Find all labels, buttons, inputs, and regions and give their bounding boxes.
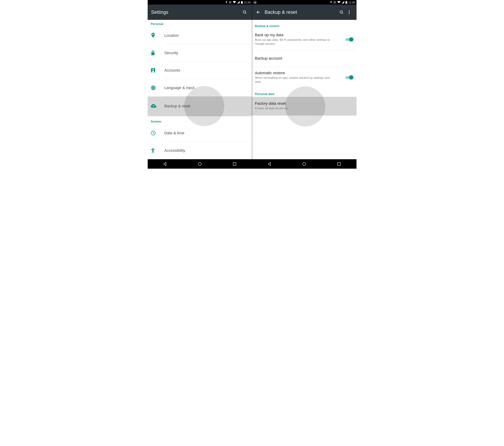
divider — [164, 159, 249, 159]
clock-icon — [151, 131, 156, 135]
row-accessibility[interactable]: Accessibility — [148, 142, 252, 159]
row-subtext: Erases all data on phone — [255, 107, 332, 111]
cell-signal-icon — [342, 1, 344, 3]
svg-point-19 — [349, 10, 350, 11]
search-button[interactable] — [241, 8, 249, 16]
alarm-icon — [229, 1, 232, 4]
recents-square-icon — [233, 162, 236, 166]
battery-icon — [241, 1, 243, 4]
bluetooth-icon — [225, 1, 227, 4]
svg-rect-17 — [346, 1, 347, 1]
row-date-time[interactable]: Date & time — [148, 124, 252, 142]
overflow-menu-button[interactable] — [345, 8, 353, 16]
navigation-bar — [148, 159, 252, 169]
backup-icon — [151, 104, 156, 108]
svg-point-21 — [349, 13, 350, 14]
status-time: 11:30 — [348, 1, 355, 4]
settings-list[interactable]: Personal Location Security Accounts Lang… — [148, 20, 252, 159]
row-location[interactable]: Location — [148, 27, 252, 44]
svg-rect-2 — [242, 1, 242, 1]
lock-icon — [151, 50, 155, 56]
search-icon — [242, 10, 247, 15]
bluetooth-icon — [330, 1, 332, 4]
row-title: Backup & reset — [164, 104, 249, 108]
row-title: Location — [164, 33, 249, 38]
svg-point-22 — [303, 162, 306, 166]
wifi-icon — [233, 1, 236, 3]
appbar: Backup & reset — [252, 4, 357, 20]
back-button[interactable] — [255, 8, 262, 16]
image-notif-icon — [253, 1, 256, 3]
status-bar: 11:29 — [148, 0, 252, 4]
row-backup-account[interactable]: Backup account — [252, 50, 357, 67]
screen-settings: 11:29 Settings Personal Location Securit… — [148, 0, 252, 169]
svg-point-12 — [198, 162, 201, 166]
row-back-up-my-data[interactable]: Back up my data Back up app data, Wi-Fi … — [252, 29, 357, 50]
row-title: Date & time — [164, 131, 249, 135]
svg-rect-16 — [345, 1, 347, 4]
row-subtext: Back up app data, Wi-Fi passwords, and o… — [255, 38, 332, 46]
search-button[interactable] — [338, 8, 345, 16]
section-label-backup-restore: Backup & restore — [252, 20, 357, 29]
svg-rect-13 — [233, 163, 236, 165]
more-vert-icon — [349, 10, 350, 14]
screen-backup-reset: 11:30 Backup & reset Backup & restore Ba… — [252, 0, 357, 169]
row-title: Accounts — [164, 68, 249, 73]
wifi-icon — [337, 1, 341, 3]
page-title: Settings — [151, 10, 168, 15]
row-language-input[interactable]: Language & input — [148, 79, 252, 96]
svg-rect-4 — [151, 53, 154, 55]
row-subtext: When reinstalling an app, restore backed… — [255, 76, 332, 84]
home-circle-icon — [302, 162, 306, 166]
section-label-personal-data: Personal data — [252, 88, 357, 97]
svg-rect-14 — [254, 1, 256, 3]
nav-back-button[interactable] — [160, 160, 170, 167]
section-label-system: System — [148, 116, 252, 124]
svg-point-18 — [340, 11, 342, 13]
switch-automatic-restore[interactable] — [345, 75, 353, 80]
row-title: Accessibility — [164, 148, 249, 153]
accessibility-icon — [151, 148, 155, 153]
row-factory-data-reset[interactable]: Factory data reset Erases all data on ph… — [252, 97, 357, 115]
back-triangle-icon — [163, 162, 167, 166]
row-automatic-restore[interactable]: Automatic restore When reinstalling an a… — [252, 67, 357, 88]
navigation-bar — [252, 159, 357, 169]
back-triangle-icon — [267, 162, 271, 166]
nav-home-button[interactable] — [195, 160, 205, 167]
row-title: Language & input — [164, 86, 249, 90]
svg-rect-23 — [338, 163, 341, 165]
svg-point-6 — [152, 69, 154, 71]
nav-recents-button[interactable] — [334, 160, 344, 167]
row-security[interactable]: Security — [148, 44, 252, 62]
row-title: Security — [164, 51, 249, 55]
home-circle-icon — [198, 162, 202, 166]
backup-reset-list[interactable]: Backup & restore Back up my data Back up… — [252, 20, 357, 159]
arrow-back-icon — [256, 10, 261, 15]
recents-square-icon — [337, 162, 341, 166]
page-title: Backup & reset — [265, 10, 297, 15]
row-backup-reset[interactable]: Backup & reset — [148, 96, 252, 116]
row-title: Backup account — [255, 56, 353, 61]
svg-rect-1 — [241, 1, 243, 4]
row-accounts[interactable]: Accounts — [148, 62, 252, 79]
nav-back-button[interactable] — [264, 160, 275, 167]
status-bar: 11:30 — [252, 0, 357, 4]
row-title: Automatic restore — [255, 71, 343, 75]
location-icon — [151, 33, 155, 38]
nav-recents-button[interactable] — [229, 160, 240, 167]
row-title: Factory data reset — [255, 101, 353, 106]
battery-icon — [345, 1, 347, 4]
alarm-icon — [333, 1, 336, 4]
accounts-icon — [151, 68, 155, 73]
row-title: Back up my data — [255, 33, 343, 37]
switch-back-up-my-data[interactable] — [345, 37, 353, 42]
search-icon — [339, 10, 344, 15]
svg-point-3 — [243, 11, 246, 13]
status-time: 11:29 — [244, 1, 251, 4]
svg-point-20 — [349, 12, 350, 13]
globe-icon — [151, 85, 156, 90]
section-label-personal: Personal — [148, 20, 252, 27]
svg-point-9 — [152, 148, 153, 149]
appbar: Settings — [148, 4, 252, 20]
nav-home-button[interactable] — [299, 160, 309, 167]
